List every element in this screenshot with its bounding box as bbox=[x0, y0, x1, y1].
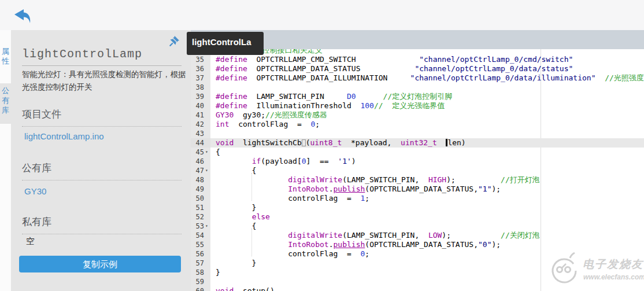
code-line: 60void setup() bbox=[191, 286, 644, 291]
line-number: 57 bbox=[191, 259, 210, 268]
pin-button[interactable] bbox=[168, 35, 180, 47]
code-line: 57 } bbox=[191, 259, 644, 268]
line-number: 60 bbox=[191, 286, 210, 291]
pushpin-icon bbox=[168, 35, 180, 47]
line-number: 45▾ bbox=[191, 148, 210, 157]
code-editor[interactable]: 34//智能光控灯控制接口相关定义35#define OPTCTRLLAMP_C… bbox=[191, 49, 644, 291]
fold-toggle-icon[interactable]: ▾ bbox=[205, 148, 210, 157]
line-number: 49 bbox=[191, 185, 210, 194]
line-number: 42 bbox=[191, 120, 210, 129]
code-line: 47▾ { bbox=[191, 166, 644, 175]
line-number: 43 bbox=[191, 129, 210, 138]
line-number: 44 bbox=[191, 138, 210, 148]
line-number: 48 bbox=[191, 175, 210, 185]
line-number: 53▾ bbox=[191, 222, 210, 231]
app-window: 属性 公有库 lightControlLamp 智能光控灯：具有光照强度检测的智… bbox=[0, 0, 644, 291]
code-line: 58} bbox=[191, 268, 644, 277]
line-number: 51 bbox=[191, 203, 210, 212]
line-number: 36 bbox=[191, 64, 210, 73]
section-private-libs: 私有库 bbox=[22, 215, 182, 234]
line-number: 40 bbox=[191, 101, 210, 110]
code-line: 52 else bbox=[191, 212, 644, 222]
code-line: 38 bbox=[191, 83, 644, 92]
code-line: 36#define OPTCTRLLAMP_DATA_STATUS "chann… bbox=[191, 64, 644, 73]
line-number: 50 bbox=[191, 194, 210, 203]
side-tab-strip: 属性 公有库 bbox=[0, 30, 11, 291]
code-line: 50 controlFlag = 1; bbox=[191, 194, 644, 203]
fold-toggle-icon[interactable]: ▾ bbox=[205, 222, 210, 231]
code-line: 51 } bbox=[191, 203, 644, 212]
line-number: 39 bbox=[191, 92, 210, 101]
code-line: 46 if(payload[0] == '1') bbox=[191, 157, 644, 166]
line-number: 37 bbox=[191, 73, 210, 83]
side-tab-properties[interactable]: 属性 bbox=[0, 44, 11, 72]
code-line: 56 controlFlag = 0; bbox=[191, 249, 644, 259]
code-line: 40#define IlluminationThreshold 100// 定义… bbox=[191, 101, 644, 110]
section-project-files: 项目文件 bbox=[22, 108, 182, 127]
code-line: 45▾{ bbox=[191, 148, 644, 157]
line-number: 52 bbox=[191, 212, 210, 222]
code-line: 42int controlFlag = 0; bbox=[191, 120, 644, 129]
line-number: 38 bbox=[191, 83, 210, 92]
code-line: 37#define OPTCTRLLAMP_DATA_ILLUMINATION … bbox=[191, 73, 644, 83]
line-number: 56 bbox=[191, 249, 210, 259]
copy-example-button[interactable]: 复制示例 bbox=[19, 256, 181, 272]
line-number: 41 bbox=[191, 110, 210, 120]
fold-toggle-icon[interactable]: ▾ bbox=[205, 166, 210, 175]
private-lib-empty: 空 bbox=[26, 236, 35, 247]
section-public-libs: 公有库 bbox=[22, 161, 182, 181]
code-line: 39#define LAMP_SWITCH_PIN D0 //定义灯泡控制引脚 bbox=[191, 92, 644, 101]
line-number: 59 bbox=[191, 277, 210, 286]
line-number: 47▾ bbox=[191, 166, 210, 175]
top-header bbox=[0, 0, 644, 30]
code-line: 53▾ { bbox=[191, 222, 644, 231]
back-arrow-icon bbox=[9, 5, 32, 28]
line-number: 54 bbox=[191, 231, 210, 240]
line-number: 55 bbox=[191, 240, 210, 249]
public-lib-link[interactable]: GY30 bbox=[24, 186, 46, 196]
back-button[interactable] bbox=[9, 5, 32, 28]
code-lines: 34//智能光控灯控制接口相关定义35#define OPTCTRLLAMP_C… bbox=[191, 49, 644, 291]
line-number: 35 bbox=[191, 55, 210, 64]
properties-panel: lightControlLamp 智能光控灯：具有光照强度检测的智能灯，根据光强… bbox=[11, 30, 191, 291]
project-description: 智能光控灯：具有光照强度检测的智能灯，根据光强度控制灯的开关 bbox=[22, 68, 187, 94]
code-line: 59 bbox=[191, 277, 644, 286]
code-line: 44void lightSwitchCb(uint8_t *payload, u… bbox=[191, 138, 644, 148]
side-tab-properties-label: 属性 bbox=[0, 46, 11, 66]
project-file-link[interactable]: lightControlLamp.ino bbox=[24, 131, 104, 141]
code-line: 41GY30 gy30;//光照强度传感器 bbox=[191, 110, 644, 120]
line-number: 46 bbox=[191, 157, 210, 166]
code-line: 54 digitalWrite(LAMP_SWITCH_PIN, LOW); /… bbox=[191, 231, 644, 240]
bracket-match-box bbox=[302, 139, 306, 146]
code-line: 48 digitalWrite(LAMP_SWITCH_PIN, HIGH); … bbox=[191, 175, 644, 185]
editor-file-tab[interactable]: lightControlLa bbox=[187, 32, 264, 55]
code-line: 49 IntoRobot.publish(OPTCTRLLAMP_DATA_ST… bbox=[191, 185, 644, 194]
code-line: 55 IntoRobot.publish(OPTCTRLLAMP_DATA_ST… bbox=[191, 240, 644, 249]
project-title: lightControlLamp bbox=[22, 47, 182, 66]
side-tab-public-lib[interactable]: 公有库 bbox=[0, 83, 11, 124]
code-line: 43 bbox=[191, 129, 644, 138]
line-number: 58 bbox=[191, 268, 210, 277]
code-line: 35#define OPTCTRLLAMP_CMD_SWITCH "channe… bbox=[191, 55, 644, 64]
side-tab-public-lib-label: 公有库 bbox=[0, 86, 11, 115]
